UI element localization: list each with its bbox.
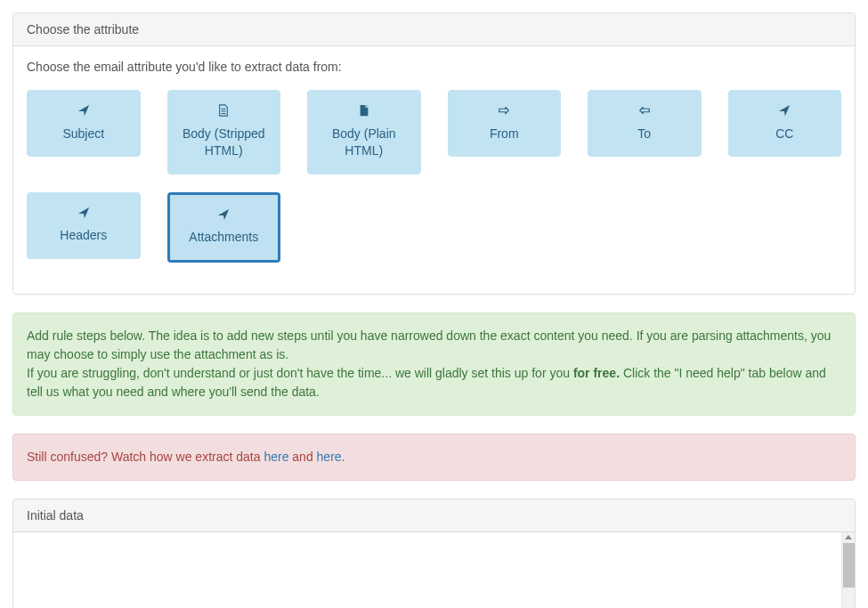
attribute-from-button[interactable]: From: [448, 90, 562, 157]
attribute-body-plain-label: Body (Plain HTML): [312, 126, 416, 160]
hand-left-icon: [638, 104, 651, 122]
initial-data-panel: Initial data: [12, 499, 856, 608]
arrow-icon: [217, 208, 230, 221]
initial-data-scrollbar[interactable]: [841, 532, 855, 608]
confused-suffix: .: [342, 450, 345, 464]
attribute-subject-button[interactable]: Subject: [27, 90, 141, 157]
file-icon: [358, 104, 370, 117]
file-text-icon: [217, 104, 230, 117]
attribute-subject-label: Subject: [62, 126, 104, 143]
confused-link-1[interactable]: here: [264, 450, 288, 464]
scroll-up-icon: [845, 535, 852, 539]
confused-prefix: Still confused? Watch how we extract dat…: [27, 450, 264, 464]
hand-right-icon: [498, 104, 510, 122]
choose-attribute-body: Choose the email attribute you'd like to…: [13, 46, 855, 294]
arrow-icon: [77, 207, 90, 224]
help-alert-line1: Add rule steps below. The idea is to add…: [27, 328, 831, 361]
choose-attribute-header: Choose the attribute: [13, 13, 855, 46]
confused-alert: Still confused? Watch how we extract dat…: [12, 434, 856, 481]
attribute-attachments-label: Attachments: [189, 229, 258, 247]
arrow-icon: [778, 104, 791, 117]
confused-link-2[interactable]: here: [317, 450, 342, 464]
attribute-headers-label: Headers: [60, 227, 107, 245]
initial-data-body: [13, 532, 855, 608]
arrow-icon: [217, 208, 230, 226]
attribute-cc-button[interactable]: CC: [728, 90, 842, 157]
attribute-to-button[interactable]: To: [588, 90, 702, 157]
arrow-icon: [77, 104, 90, 117]
hand-left-icon: [638, 104, 651, 117]
arrow-icon: [778, 104, 791, 122]
help-alert: Add rule steps below. The idea is to add…: [12, 312, 856, 416]
attribute-from-label: From: [490, 126, 519, 143]
file-text-icon: [217, 104, 230, 122]
attribute-attachments-button[interactable]: Attachments: [167, 192, 281, 263]
confused-mid: and: [288, 450, 316, 464]
attribute-body-stripped-label: Body (Stripped HTML): [173, 126, 276, 160]
choose-attribute-panel: Choose the attribute Choose the email at…: [12, 12, 856, 295]
attribute-body-stripped-button[interactable]: Body (Stripped HTML): [167, 90, 281, 174]
attribute-to-label: To: [637, 126, 651, 143]
choose-attribute-instruction: Choose the email attribute you'd like to…: [27, 60, 841, 74]
arrow-icon: [77, 104, 90, 122]
help-alert-line2a: If you are struggling, don't understand …: [27, 366, 573, 380]
attribute-body-plain-button[interactable]: Body (Plain HTML): [307, 90, 421, 174]
attribute-grid: SubjectBody (Stripped HTML)Body (Plain H…: [27, 90, 841, 280]
help-alert-free: for free.: [573, 366, 620, 380]
scroll-thumb[interactable]: [843, 543, 855, 588]
arrow-icon: [77, 207, 90, 219]
hand-right-icon: [498, 104, 510, 117]
attribute-cc-label: CC: [775, 126, 793, 143]
initial-data-header: Initial data: [13, 499, 855, 532]
file-icon: [358, 104, 370, 122]
attribute-headers-button[interactable]: Headers: [27, 192, 141, 259]
